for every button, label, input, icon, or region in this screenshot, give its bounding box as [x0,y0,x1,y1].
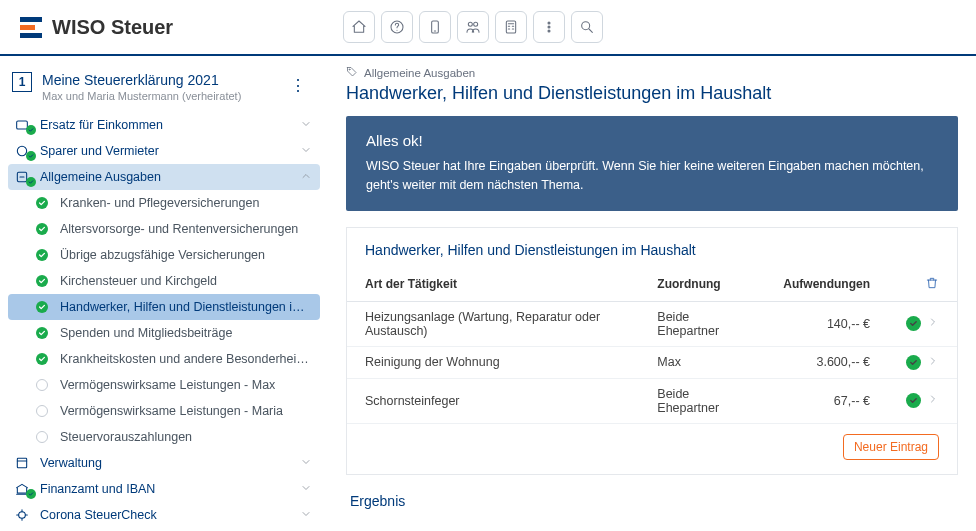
check-icon [906,393,921,408]
check-dot-icon [36,197,48,209]
sidebar-sub-item[interactable]: Kirchensteuer und Kirchgeld [8,268,320,294]
chevron-down-icon [300,144,312,159]
calculator-button[interactable] [495,11,527,43]
svg-rect-12 [17,458,26,467]
people-button[interactable] [457,11,489,43]
help-button[interactable] [381,11,413,43]
svg-point-5 [548,22,550,24]
nav-tree: Ersatz für Einkommen Sparer und Vermiete… [8,112,320,531]
mobile-button[interactable] [419,11,451,43]
sidebar: 1 Meine Steuererklärung 2021 Max und Mar… [0,56,328,531]
empty-dot-icon [36,431,48,443]
svg-point-6 [548,26,550,28]
breadcrumb: Allgemeine Ausgaben [346,66,958,80]
svg-point-13 [19,512,26,519]
svg-point-3 [474,22,478,26]
banner-heading: Alles ok! [366,132,938,149]
table-row[interactable]: Heizungsanlage (Wartung, Reparatur oder … [347,301,957,346]
app-header: WISO Steuer [0,0,976,56]
brand-name: WISO Steuer [52,16,173,39]
check-dot-icon [36,327,48,339]
bank-icon [12,481,32,497]
toolbar [343,11,603,43]
result-row: Haushaltsnahe Dienstleistungen3.600,-- € [350,525,954,532]
nav-allgemeine-ausgaben[interactable]: Allgemeine Ausgaben [8,164,320,190]
table-row[interactable]: Reinigung der WohnungMax3.600,-- € [347,346,957,378]
sidebar-sub-item[interactable]: Handwerker, Hilfen und Dienstleistungen … [8,294,320,320]
sidebar-sub-item[interactable]: Vermögenswirksame Leistungen - Max [8,372,320,398]
status-banner: Alles ok! WISO Steuer hat Ihre Eingaben … [346,116,958,211]
check-dot-icon [36,301,48,313]
result-heading: Ergebnis [350,493,954,509]
panel-heading: Handwerker, Hilfen und Dienstleistungen … [347,228,957,270]
col-amount: Aufwendungen [765,270,888,302]
svg-rect-4 [506,21,515,33]
app-logo: WISO Steuer [20,16,173,39]
chevron-up-icon [300,170,312,185]
sidebar-sub-item[interactable]: Vermögenswirksame Leistungen - Maria [8,398,320,424]
check-icon [906,355,921,370]
virus-icon [12,507,32,523]
check-dot-icon [36,353,48,365]
new-entry-button[interactable]: Neuer Eintrag [843,434,939,460]
chevron-down-icon [300,482,312,497]
svg-point-14 [349,69,350,70]
entries-table: Art der Tätigkeit Zuordnung Aufwendungen… [347,270,957,424]
chevron-right-icon [927,316,939,331]
piggy-icon [12,143,32,159]
chevron-down-icon [300,508,312,523]
result-section: Ergebnis Haushaltsnahe Dienstleistungen3… [346,493,958,532]
tag-icon [346,66,358,80]
chevron-down-icon [300,118,312,133]
sidebar-menu-button[interactable]: ⋮ [286,72,310,99]
trash-icon[interactable] [925,279,939,293]
declaration-subtitle: Max und Maria Mustermann (verheiratet) [42,90,241,102]
empty-dot-icon [36,379,48,391]
check-icon [906,316,921,331]
check-dot-icon [36,275,48,287]
nav-sparer-vermieter[interactable]: Sparer und Vermieter [8,138,320,164]
nav-finanzamt-iban[interactable]: Finanzamt und IBAN [8,476,320,502]
svg-point-8 [582,22,590,30]
nav-verwaltung[interactable]: Verwaltung [8,450,320,476]
svg-point-2 [468,22,472,26]
entries-panel: Handwerker, Hilfen und Dienstleistungen … [346,227,958,475]
sidebar-sub-item[interactable]: Altersvorsorge- und Rentenversicherungen [8,216,320,242]
sidebar-sub-item[interactable]: Krankheitskosten und andere Besonderheit… [8,346,320,372]
expense-icon [12,169,32,185]
check-dot-icon [36,223,48,235]
svg-point-7 [548,30,550,32]
sidebar-header: 1 Meine Steuererklärung 2021 Max und Mar… [8,66,320,110]
home-button[interactable] [343,11,375,43]
chevron-down-icon [300,456,312,471]
col-type: Art der Tätigkeit [347,270,639,302]
col-assign: Zuordnung [639,270,765,302]
sidebar-sub-item[interactable]: Kranken- und Pflegeversicherungen [8,190,320,216]
folder-icon [12,117,32,133]
sidebar-sub-item[interactable]: Übrige abzugsfähige Versicherungen [8,242,320,268]
chevron-right-icon [927,355,939,370]
check-dot-icon [36,249,48,261]
chevron-right-icon [927,393,939,408]
step-1-badge: 1 [12,72,32,92]
more-button[interactable] [533,11,565,43]
declaration-title: Meine Steuererklärung 2021 [42,72,241,88]
admin-icon [12,455,32,471]
nav-ersatz-einkommen[interactable]: Ersatz für Einkommen [8,112,320,138]
nav-corona-check[interactable]: Corona SteuerCheck [8,502,320,528]
banner-text: WISO Steuer hat Ihre Eingaben überprüft.… [366,157,938,195]
table-row[interactable]: SchornsteinfegerBeide Ehepartner67,-- € [347,378,957,423]
page-title: Handwerker, Hilfen und Dienstleistungen … [346,83,958,104]
sidebar-sub-item[interactable]: Spenden und Mitgliedsbeiträge [8,320,320,346]
sidebar-sub-item[interactable]: Steuervorauszahlungen [8,424,320,450]
empty-dot-icon [36,405,48,417]
main-content: Allgemeine Ausgaben Handwerker, Hilfen u… [328,56,976,531]
search-button[interactable] [571,11,603,43]
